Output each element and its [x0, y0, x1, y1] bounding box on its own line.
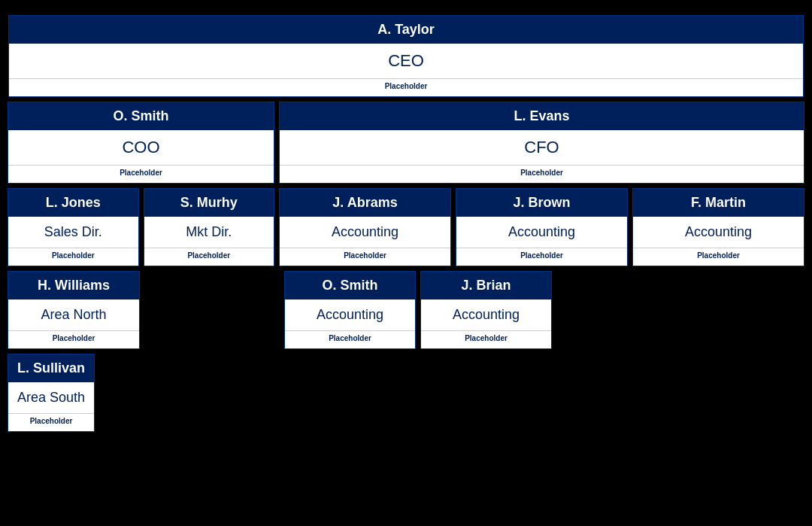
- card-hwilliams: H. Williams Area North Placeholder: [8, 271, 140, 349]
- level3-left-group: L. Jones Sales Dir. Placeholder S. Murhy…: [8, 188, 274, 266]
- jbrown-name: J. Brown: [456, 189, 627, 217]
- org-chart: A. Taylor CEO Placeholder O. Smith COO P…: [0, 0, 812, 526]
- jbrian-name: J. Brian: [421, 272, 551, 299]
- smurhy-name: S. Murhy: [144, 189, 274, 217]
- card-ataylor: A. Taylor CEO Placeholder: [8, 15, 804, 97]
- osmith-acc-name: O. Smith: [285, 272, 415, 299]
- jbrown-footer: Placeholder: [456, 248, 627, 266]
- level2-row: O. Smith COO Placeholder L. Evans CFO Pl…: [8, 102, 804, 184]
- levans-role: CFO: [280, 130, 804, 165]
- osmith-coo-footer: Placeholder: [8, 165, 274, 183]
- level3-row: L. Jones Sales Dir. Placeholder S. Murhy…: [8, 188, 804, 266]
- lsullivan-name: L. Sullivan: [8, 354, 94, 382]
- ataylor-role: CEO: [9, 44, 803, 78]
- jbrown-sub-group: O. Smith Accounting Placeholder J. Brian…: [284, 271, 552, 349]
- level2-right-col: L. Evans CFO Placeholder: [279, 102, 804, 184]
- level3-right-group: J. Abrams Accounting Placeholder J. Brow…: [279, 188, 804, 266]
- lsullivan-footer: Placeholder: [8, 413, 94, 431]
- level4-row: H. Williams Area North Placeholder O. Sm…: [8, 271, 804, 349]
- ljones-name: L. Jones: [8, 189, 138, 217]
- levans-name: L. Evans: [280, 102, 804, 130]
- osmith-coo-role: COO: [8, 130, 274, 165]
- card-ljones: L. Jones Sales Dir. Placeholder: [8, 188, 139, 266]
- level5-left-sub: L. Sullivan Area South Placeholder: [8, 354, 140, 432]
- osmith-acc-footer: Placeholder: [285, 330, 415, 348]
- levans-footer: Placeholder: [280, 165, 804, 183]
- jabrams-name: J. Abrams: [280, 189, 450, 217]
- card-jabrams: J. Abrams Accounting Placeholder: [279, 188, 451, 266]
- card-jbrian: J. Brian Accounting Placeholder: [420, 271, 552, 349]
- card-osmith-coo: O. Smith COO Placeholder: [8, 102, 274, 184]
- card-smurhy: S. Murhy Mkt Dir. Placeholder: [144, 188, 275, 266]
- card-jbrown: J. Brown Accounting Placeholder: [456, 188, 628, 266]
- ljones-role: Sales Dir.: [8, 217, 138, 248]
- level1-row: A. Taylor CEO Placeholder: [8, 15, 804, 97]
- lsullivan-role: Area South: [8, 382, 94, 413]
- jbrian-footer: Placeholder: [421, 330, 551, 348]
- smurhy-footer: Placeholder: [144, 248, 274, 266]
- level5-row: L. Sullivan Area South Placeholder: [8, 354, 804, 432]
- jbrian-role: Accounting: [421, 299, 551, 330]
- jabrams-footer: Placeholder: [280, 248, 450, 266]
- hwilliams-role: Area North: [8, 299, 139, 330]
- ljones-footer: Placeholder: [8, 248, 138, 266]
- spacer-jabrams: [144, 271, 284, 349]
- fmartin-name: F. Martin: [633, 189, 804, 217]
- card-osmith-acc: O. Smith Accounting Placeholder: [284, 271, 416, 349]
- hwilliams-footer: Placeholder: [8, 330, 139, 348]
- level4-left-sub: H. Williams Area North Placeholder: [8, 271, 140, 349]
- osmith-acc-role: Accounting: [285, 299, 415, 330]
- smurhy-role: Mkt Dir.: [144, 217, 274, 248]
- card-levans-cfo: L. Evans CFO Placeholder: [279, 102, 804, 184]
- ataylor-name: A. Taylor: [9, 16, 803, 44]
- hwilliams-name: H. Williams: [8, 272, 139, 299]
- fmartin-role: Accounting: [633, 217, 804, 248]
- level2-left-col: O. Smith COO Placeholder: [8, 102, 274, 184]
- jabrams-role: Accounting: [280, 217, 450, 248]
- ataylor-footer: Placeholder: [9, 78, 803, 96]
- card-lsullivan: L. Sullivan Area South Placeholder: [8, 354, 95, 432]
- osmith-coo-name: O. Smith: [8, 102, 274, 130]
- fmartin-footer: Placeholder: [633, 248, 804, 266]
- jbrown-role: Accounting: [456, 217, 627, 248]
- card-fmartin: F. Martin Accounting Placeholder: [632, 188, 804, 266]
